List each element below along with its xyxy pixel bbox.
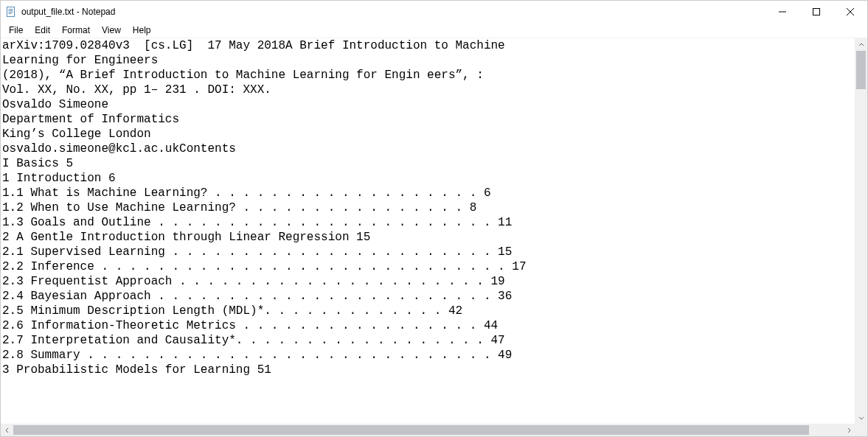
vertical-scroll-track[interactable] [855, 51, 867, 411]
menu-view[interactable]: View [97, 24, 126, 36]
menu-file[interactable]: File [4, 24, 28, 36]
horizontal-scroll-thumb[interactable] [13, 425, 809, 435]
horizontal-scrollbar[interactable] [1, 424, 855, 436]
svg-rect-6 [813, 9, 820, 15]
menu-help[interactable]: Help [128, 24, 156, 36]
notepad-window: output_file.txt - Notepad File Edit Form… [0, 0, 868, 437]
scrollbar-corner [855, 424, 867, 436]
window-title: output_file.txt - Notepad [21, 7, 115, 17]
menu-format[interactable]: Format [57, 24, 95, 36]
scroll-down-button[interactable] [855, 411, 867, 424]
text-editor[interactable]: arXiv:1709.02840v3 [cs.LG] 17 May 2018A … [1, 38, 855, 424]
vertical-scrollbar[interactable] [855, 38, 867, 424]
minimize-button[interactable] [765, 1, 799, 23]
menubar: File Edit Format View Help [1, 23, 867, 38]
scroll-left-button[interactable] [1, 424, 13, 436]
scroll-right-button[interactable] [842, 424, 855, 436]
notepad-icon [5, 6, 17, 18]
horizontal-scroll-track[interactable] [13, 424, 842, 436]
scroll-up-button[interactable] [855, 38, 867, 51]
menu-edit[interactable]: Edit [29, 24, 55, 36]
editor-area: arXiv:1709.02840v3 [cs.LG] 17 May 2018A … [1, 38, 867, 436]
close-button[interactable] [833, 1, 867, 23]
titlebar[interactable]: output_file.txt - Notepad [1, 1, 867, 23]
vertical-scroll-thumb[interactable] [856, 51, 866, 89]
maximize-button[interactable] [799, 1, 833, 23]
